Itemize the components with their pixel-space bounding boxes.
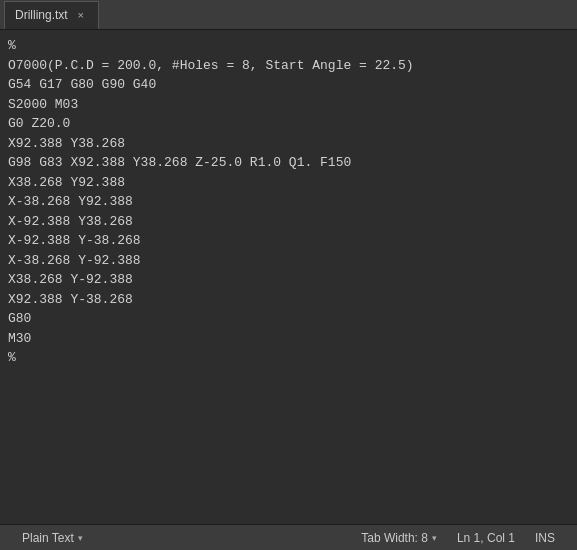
code-content: % O7000(P.C.D = 200.0, #Holes = 8, Start… <box>8 36 569 368</box>
mode-label: INS <box>535 531 555 545</box>
status-bar: Plain Text ▾ Tab Width: 8 ▾ Ln 1, Col 1 … <box>0 524 577 550</box>
position-label: Ln 1, Col 1 <box>457 531 515 545</box>
close-icon: × <box>77 10 83 21</box>
editor-area[interactable]: % O7000(P.C.D = 200.0, #Holes = 8, Start… <box>0 30 577 524</box>
tab-close-button[interactable]: × <box>74 8 88 22</box>
plain-text-chevron-icon: ▾ <box>78 533 83 543</box>
plain-text-label: Plain Text <box>22 531 74 545</box>
title-bar: Drilling.txt × <box>0 0 577 30</box>
insert-mode: INS <box>525 525 565 550</box>
tab-width-chevron-icon: ▾ <box>432 533 437 543</box>
tab-label: Drilling.txt <box>15 8 68 22</box>
tab-width-label: Tab Width: 8 <box>361 531 428 545</box>
plain-text-selector[interactable]: Plain Text ▾ <box>12 525 93 550</box>
cursor-position: Ln 1, Col 1 <box>447 525 525 550</box>
file-tab[interactable]: Drilling.txt × <box>4 1 99 29</box>
tab-width-selector[interactable]: Tab Width: 8 ▾ <box>351 525 447 550</box>
